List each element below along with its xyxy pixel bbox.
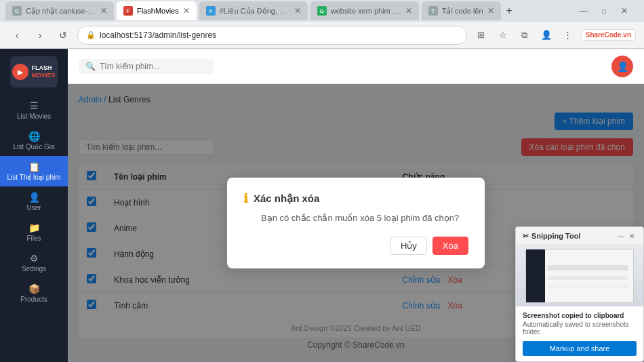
scissors-icon: ✂: [523, 232, 529, 241]
sidebar-item-label-files: Files: [26, 235, 41, 242]
snipping-minimize-btn[interactable]: —: [616, 231, 626, 241]
confirm-delete-modal: ℹ Xác nhận xóa Bạn có chắc chắn muốn xóa…: [227, 178, 485, 268]
tab-label-2: FlashMovies: [137, 7, 179, 15]
main-content: 🔍 👤 Admin / List Genres + Thêm loại phim: [68, 49, 644, 362]
files-icon: 📁: [28, 222, 40, 233]
tab-close-5[interactable]: ✕: [487, 6, 494, 16]
extensions-icon[interactable]: ⧉: [516, 26, 534, 44]
back-btn[interactable]: ‹: [8, 26, 26, 44]
snipping-message: Screenshot copied to clipboard Automatic…: [516, 306, 643, 341]
tab-close-1[interactable]: ✕: [100, 6, 107, 16]
snipping-msg-sub: Automatically saved to screenshots folde…: [523, 321, 637, 336]
tab-favicon-1: C: [12, 6, 22, 16]
logo-icon: ▶: [12, 64, 28, 80]
reload-btn[interactable]: ↺: [54, 26, 72, 44]
sidebar-item-label-list-quoc-gia: List Quốc Gia: [13, 143, 54, 150]
snipping-header: ✂ Snipping Tool — ✕: [516, 227, 643, 245]
restore-btn[interactable]: □: [595, 2, 613, 20]
modal-title: ℹ Xác nhận xóa: [243, 191, 468, 206]
sidebar-item-settings[interactable]: ⚙ Settings: [0, 247, 68, 278]
address-bar[interactable]: 🔒 localhost:5173/admin/list-genres: [77, 26, 467, 45]
sidebar-item-user[interactable]: 👤 User: [0, 186, 68, 217]
sidebar-item-label-user: User: [26, 204, 41, 212]
list-quoc-gia-icon: 🌐: [28, 131, 40, 142]
profile-icon[interactable]: 👤: [538, 26, 555, 44]
sidebar-item-label-list-movies: List Movies: [17, 113, 51, 120]
sidebar-item-list-quoc-gia[interactable]: 🌐 List Quốc Gia: [0, 125, 68, 156]
tab-4[interactable]: G website xem phim - Google Di... ✕: [310, 1, 419, 20]
list-the-loai-icon: 📋: [28, 161, 40, 172]
modal-body: Bạn có chắc chắn muốn xóa 5 loại phim đã…: [243, 213, 468, 223]
sidebar-nav: ☰ List Movies 🌐 List Quốc Gia 📋 List Thể…: [0, 95, 68, 308]
browser-controls: ‹ › ↺ 🔒 localhost:5173/admin/list-genres…: [0, 22, 644, 49]
tab-label-5: Tải code lên: [442, 7, 483, 16]
snipping-tool-panel: ✂ Snipping Tool — ✕: [515, 226, 644, 362]
sidebar: ▶ FLASHMOVIES ☰ List Movies 🌐 List Quốc …: [0, 49, 68, 362]
topbar: 🔍 👤: [68, 49, 644, 84]
list-movies-icon: ☰: [30, 100, 39, 111]
modal-title-text: Xác nhận xóa: [254, 193, 319, 205]
tab-2[interactable]: F FlashMovies ✕: [117, 1, 197, 20]
sidebar-item-label-settings: Settings: [22, 265, 46, 273]
tab-5[interactable]: T Tải code lên ✕: [422, 1, 501, 20]
snipping-screenshot: [516, 245, 643, 306]
close-btn[interactable]: ✕: [616, 2, 633, 20]
modal-confirm-delete-button[interactable]: Xóa: [432, 237, 468, 255]
logo-box: ▶ FLASHMOVIES: [10, 56, 58, 87]
tab-3[interactable]: # #Liều Của Đồng, Bủi Văn Hải, P... ✕: [199, 1, 308, 20]
tab-favicon-2: F: [123, 6, 133, 16]
snipping-msg-title: Screenshot copied to clipboard: [523, 312, 637, 319]
tab-label-3: #Liều Của Đồng, Bủi Văn Hải, P...: [220, 7, 290, 16]
page-content: Admin / List Genres + Thêm loại phim Xóa…: [68, 84, 644, 362]
search-icon: 🔍: [85, 62, 96, 71]
tab-favicon-5: T: [428, 6, 438, 16]
app-container: ▶ FLASHMOVIES ☰ List Movies 🌐 List Quốc …: [0, 49, 644, 362]
sidebar-item-list-the-loai[interactable]: 📋 List Thể loại phim: [0, 156, 68, 186]
tab-close-4[interactable]: ✕: [405, 6, 412, 16]
sidebar-item-label-products: Products: [20, 296, 47, 303]
search-box[interactable]: 🔍: [79, 59, 214, 74]
sidebar-item-label-list-the-loai: List Thể loại phim: [7, 174, 60, 181]
forward-btn[interactable]: ›: [31, 26, 49, 44]
bookmark-icon[interactable]: ☆: [494, 26, 512, 44]
minimize-btn[interactable]: —: [575, 2, 592, 20]
tab-close-2[interactable]: ✕: [183, 6, 190, 16]
browser-chrome: C Cập nhật caniuse-lite ✕ F FlashMovies …: [0, 0, 644, 49]
browser-icons: ⊞ ☆ ⧉ 👤 ⋮ ShareCode.vn: [472, 26, 636, 44]
tab-close-3[interactable]: ✕: [294, 6, 301, 16]
new-tab-button[interactable]: +: [504, 5, 515, 17]
tab-bar: C Cập nhật caniuse-lite ✕ F FlashMovies …: [0, 0, 644, 22]
products-icon: 📦: [28, 283, 40, 294]
avatar[interactable]: 👤: [611, 56, 633, 77]
tab-favicon-4: G: [317, 6, 327, 16]
sidebar-logo: ▶ FLASHMOVIES: [7, 54, 61, 89]
sharecode-badge[interactable]: ShareCode.vn: [581, 29, 636, 41]
sidebar-item-products[interactable]: 📦 Products: [0, 278, 68, 308]
address-text: localhost:5173/admin/list-genres: [100, 31, 458, 40]
snipping-title-text: Snipping Tool: [531, 232, 581, 240]
more-icon[interactable]: ⋮: [559, 26, 577, 44]
sidebar-item-list-movies[interactable]: ☰ List Movies: [0, 95, 68, 125]
modal-footer: Hủy Xóa: [243, 237, 468, 255]
snipping-markup-share-button[interactable]: Markup and share: [523, 341, 637, 356]
tab-label-4: website xem phim - Google Di...: [331, 7, 401, 15]
settings-icon: ⚙: [30, 253, 39, 264]
sidebar-item-files[interactable]: 📁 Files: [0, 217, 68, 247]
translate-icon[interactable]: ⊞: [472, 26, 490, 44]
modal-cancel-button[interactable]: Hủy: [390, 237, 427, 255]
snipping-title: ✂ Snipping Tool: [523, 232, 581, 241]
logo-text: FLASHMOVIES: [31, 64, 55, 79]
tab-label-1: Cập nhật caniuse-lite: [26, 7, 96, 16]
user-icon: 👤: [28, 192, 40, 203]
modal-info-icon: ℹ: [243, 191, 248, 206]
search-input[interactable]: [100, 62, 201, 71]
snipping-close-btn[interactable]: ✕: [627, 231, 637, 241]
tab-favicon-3: #: [206, 6, 216, 16]
tab-1[interactable]: C Cập nhật caniuse-lite ✕: [5, 1, 114, 20]
snipping-close-btns: — ✕: [616, 231, 637, 241]
